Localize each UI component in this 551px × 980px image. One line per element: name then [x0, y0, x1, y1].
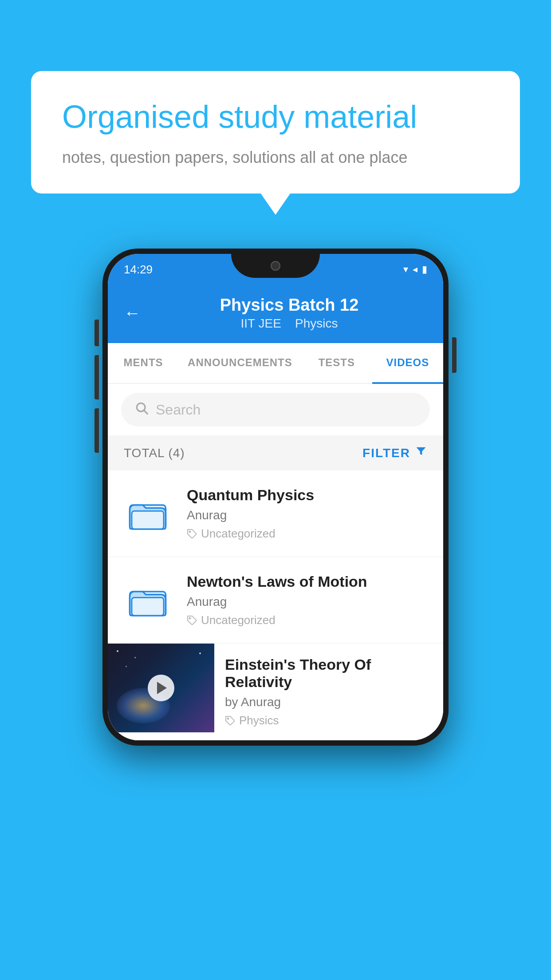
video-item-newton[interactable]: Newton's Laws of Motion Anurag Uncategor… [108, 557, 443, 644]
bubble-subtitle: notes, question papers, solutions all at… [62, 148, 489, 167]
svg-rect-6 [132, 597, 164, 616]
filter-label: FILTER [362, 446, 410, 460]
volume-up-button [94, 355, 99, 399]
header-subtitle-physics: Physics [295, 316, 338, 330]
status-time: 14:29 [124, 263, 153, 277]
app-header: ← Physics Batch 12 IIT JEE Physics [108, 285, 443, 343]
video-tag-quantum: Uncategorized [187, 527, 430, 541]
signal-icon: ◂ [413, 264, 417, 275]
header-subtitle: IIT JEE Physics [151, 316, 427, 331]
status-bar: 14:29 ▾ ◂ ▮ [108, 254, 443, 285]
search-icon [134, 401, 149, 419]
search-container: Search [108, 384, 443, 435]
video-item-quantum[interactable]: Quantum Physics Anurag Uncategorized [108, 470, 443, 557]
video-author-newton: Anurag [187, 595, 430, 609]
filter-row: TOTAL (4) FILTER [108, 435, 443, 470]
video-tag-label-newton: Uncategorized [201, 613, 276, 627]
header-subtitle-iit: IIT JEE [241, 316, 281, 330]
battery-icon: ▮ [422, 264, 427, 275]
phone-screen: 14:29 ▾ ◂ ▮ ← Physics Batch 12 IIT JEE [108, 254, 443, 740]
tab-ments[interactable]: MENTS [108, 343, 179, 383]
mute-button [94, 320, 99, 346]
svg-point-8 [228, 718, 229, 719]
einstein-info: Einstein's Theory Of Relativity by Anura… [214, 644, 443, 740]
video-item-einstein[interactable]: Einstein's Theory Of Relativity by Anura… [108, 644, 443, 740]
video-info-quantum: Quantum Physics Anurag Uncategorized [187, 486, 430, 541]
volume-down-button [94, 408, 99, 453]
video-tag-label-quantum: Uncategorized [201, 527, 276, 541]
video-list: Quantum Physics Anurag Uncategorized [108, 470, 443, 740]
einstein-tag-label: Physics [239, 714, 279, 727]
notch [231, 254, 320, 278]
svg-line-1 [144, 411, 147, 414]
tab-announcements[interactable]: ANNOUNCEMENTS [179, 343, 301, 383]
wifi-icon: ▾ [403, 264, 408, 275]
power-button [452, 337, 457, 373]
play-button[interactable] [148, 675, 174, 701]
svg-rect-3 [132, 511, 164, 529]
video-author-quantum: Anurag [187, 508, 430, 522]
speech-bubble: Organised study material notes, question… [31, 71, 520, 194]
speech-bubble-container: Organised study material notes, question… [31, 71, 520, 194]
video-tag-newton: Uncategorized [187, 613, 430, 627]
back-button[interactable]: ← [124, 304, 141, 323]
camera [271, 261, 280, 271]
einstein-title: Einstein's Theory Of Relativity [225, 656, 433, 691]
play-triangle-icon [157, 682, 167, 694]
tab-tests[interactable]: TESTS [301, 343, 372, 383]
search-bar[interactable]: Search [121, 393, 430, 427]
bubble-title: Organised study material [62, 98, 489, 136]
einstein-author: by Anurag [225, 695, 433, 709]
header-title-area: Physics Batch 12 IIT JEE Physics [151, 296, 427, 331]
einstein-thumbnail [108, 644, 214, 732]
tabs-bar: MENTS ANNOUNCEMENTS TESTS VIDEOS [108, 343, 443, 384]
phone-device: 14:29 ▾ ◂ ▮ ← Physics Batch 12 IIT JEE [102, 249, 449, 746]
video-info-newton: Newton's Laws of Motion Anurag Uncategor… [187, 573, 430, 627]
search-placeholder: Search [156, 402, 201, 418]
video-title-newton: Newton's Laws of Motion [187, 573, 430, 590]
total-count: TOTAL (4) [124, 446, 185, 460]
einstein-tag: Physics [225, 714, 433, 727]
header-title: Physics Batch 12 [151, 296, 427, 315]
video-thumb-newton [121, 580, 174, 620]
svg-point-7 [189, 617, 191, 619]
filter-icon [415, 445, 427, 461]
tab-videos[interactable]: VIDEOS [372, 343, 443, 384]
video-thumb-quantum [121, 494, 174, 533]
status-icons: ▾ ◂ ▮ [403, 264, 427, 275]
filter-button[interactable]: FILTER [362, 445, 427, 461]
svg-point-4 [189, 531, 191, 532]
video-title-quantum: Quantum Physics [187, 486, 430, 504]
